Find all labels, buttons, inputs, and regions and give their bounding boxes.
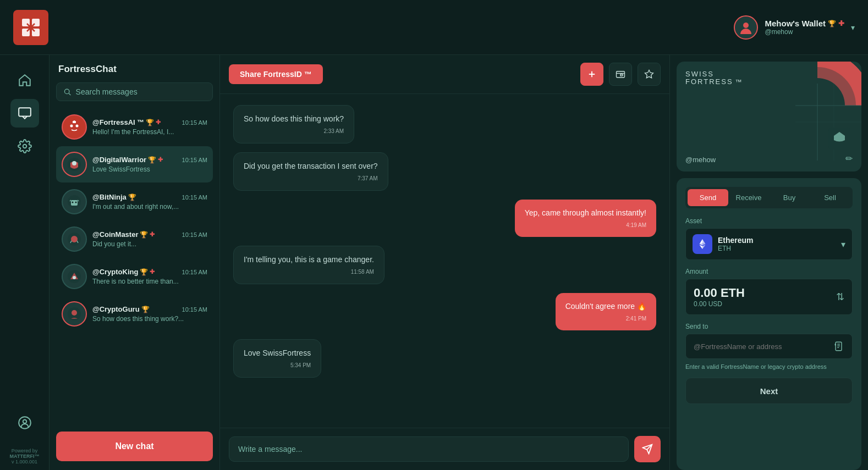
avatar-digitalwarrior	[62, 152, 87, 177]
wallet-avatar	[734, 15, 758, 40]
chat-item-name-bn: @BitNinja 🏆	[92, 193, 136, 201]
chat-item-cryptoking[interactable]: @CryptoKing 🏆✚ 10:15 AM There is no bett…	[56, 258, 213, 295]
search-input[interactable]	[76, 87, 206, 96]
chat-item-preview-ck: There is no better time than...	[92, 278, 207, 285]
chat-item-info-ck: @CryptoKing 🏆✚ 10:15 AM There is no bett…	[92, 268, 207, 285]
wallet-badges: 🏆	[828, 20, 836, 27]
share-fortressid-button[interactable]: Share FortressID ™	[229, 64, 323, 84]
svg-point-14	[70, 125, 73, 128]
chat-item-time-ck: 10:15 AM	[182, 269, 207, 275]
chat-item-preview-cg: So how does this thing work?...	[92, 315, 207, 323]
asset-dropdown-icon: ▾	[841, 239, 845, 250]
sidebar-item-settings[interactable]	[10, 132, 39, 161]
sidebar-item-chat[interactable]	[10, 99, 39, 128]
next-button[interactable]: Next	[685, 378, 853, 404]
chat-item-preview-dw: Love SwissFortress	[92, 165, 207, 173]
svg-point-8	[23, 145, 26, 148]
message-input[interactable]	[229, 436, 629, 462]
eth-icon	[693, 234, 712, 254]
wallet-name: Mehow's Wallet 🏆 ✚	[765, 19, 844, 28]
chat-items: @FortressAI ™ 🏆✚ 10:15 AM Hello! I'm the…	[56, 109, 213, 425]
asset-name: Ethereum	[718, 236, 754, 245]
asset-selector[interactable]: Ethereum ETH ▾	[685, 228, 853, 260]
chat-item-name: @FortressAI ™ 🏆✚	[92, 118, 161, 126]
asset-symbol: ETH	[718, 245, 754, 252]
asset-label: Asset	[685, 217, 853, 225]
wallet-toolbar-button[interactable]	[609, 63, 632, 86]
logo-shield	[13, 10, 48, 45]
sidebar-item-account[interactable]	[10, 408, 39, 437]
chat-item-name-dw: @DigitalWarrior 🏆✚	[92, 156, 163, 164]
svg-rect-7	[19, 108, 31, 116]
svg-rect-16	[73, 121, 76, 123]
chat-item-time-cg: 10:15 AM	[182, 306, 207, 313]
chat-item-coinmaster[interactable]: @CoinMaster 🏆✚ 10:15 AM Did you get it..…	[56, 221, 213, 257]
chat-item-time-dw: 10:15 AM	[182, 157, 207, 163]
chat-item-preview-cm: Did you get it...	[92, 240, 207, 248]
message-2: Did you get the transaction I sent over?…	[233, 152, 388, 191]
svg-marker-34	[645, 70, 653, 78]
avatar-coinmaster	[62, 226, 87, 252]
chat-item-time-bn: 10:15 AM	[182, 194, 207, 201]
chat-item-cryptoguru[interactable]: @CryptoGuru 🏆 10:15 AM So how does this …	[56, 296, 213, 332]
chat-item-time-cm: 10:15 AM	[182, 231, 207, 238]
chat-item-time: 10:15 AM	[182, 119, 207, 126]
message-text: So how does this thing work?	[244, 113, 344, 125]
chat-item-info-cm: @CoinMaster 🏆✚ 10:15 AM Did you get it..…	[92, 230, 207, 248]
address-field[interactable]	[694, 342, 834, 351]
messages-area: So how does this thing work? 2:33 AM Did…	[220, 94, 669, 428]
new-chat-button[interactable]: New chat	[56, 432, 213, 461]
chat-item-name-cm: @CoinMaster 🏆✚	[92, 230, 155, 239]
add-toolbar-button[interactable]	[580, 63, 603, 86]
message-text: I'm telling you, this is a game changer.	[244, 254, 374, 266]
powered-by: Powered by MATTERFI™ v 1.000.001	[10, 448, 40, 465]
message-5: Couldn't agree more 🔥 2:41 PM	[556, 293, 656, 330]
svg-rect-21	[71, 200, 78, 206]
avatar-fortressai	[62, 114, 87, 140]
wallet-tab-receive[interactable]: Receive	[728, 189, 769, 206]
chat-item-name-ck: @CryptoKing 🏆✚	[92, 268, 155, 276]
amount-eth: 0.00 ETH	[694, 286, 745, 300]
message-3: Yep, came through almost instantly! 4:19…	[515, 200, 656, 237]
wallet-tab-buy[interactable]: Buy	[769, 189, 810, 206]
logo-container	[13, 10, 48, 45]
wallet-handle: @mehow	[765, 28, 844, 36]
svg-rect-48	[836, 342, 842, 351]
star-toolbar-button[interactable]	[638, 63, 661, 86]
avatar-cryptoking	[62, 264, 87, 289]
message-time: 5:34 PM	[244, 361, 311, 369]
svg-point-23	[75, 202, 77, 203]
svg-point-11	[64, 89, 69, 94]
search-icon	[63, 87, 72, 96]
profile-username: @mehow	[685, 156, 716, 164]
wallet-tab-send[interactable]: Send	[688, 189, 728, 206]
asset-info: Ethereum ETH	[693, 234, 754, 254]
edit-icon[interactable]: ✏	[845, 153, 853, 164]
main-layout: Powered by MATTERFI™ v 1.000.001 Fortres…	[0, 55, 868, 470]
chat-main: Share FortressID ™	[220, 55, 670, 470]
sidebar-item-home[interactable]	[10, 66, 39, 95]
chat-item-info-bn: @BitNinja 🏆 10:15 AM I'm out and about r…	[92, 193, 207, 211]
svg-point-9	[19, 417, 31, 429]
chat-toolbar: Share FortressID ™	[220, 55, 669, 94]
svg-point-6	[743, 23, 749, 28]
wallet-section: Send Receive Buy Sell Asset	[677, 178, 861, 470]
swap-icon[interactable]: ⇅	[836, 291, 844, 303]
message-time: 2:33 AM	[244, 127, 344, 135]
chat-item-fortressai[interactable]: @FortressAI ™ 🏆✚ 10:15 AM Hello! I'm the…	[56, 109, 213, 145]
wallet-tab-sell[interactable]: Sell	[810, 189, 850, 206]
amount-usd: 0.00 USD	[694, 300, 745, 308]
chat-item-digitalwarrior[interactable]: @DigitalWarrior 🏆✚ 10:15 AM Love SwissFo…	[56, 146, 213, 183]
send-message-button[interactable]	[634, 436, 661, 462]
chevron-down-icon[interactable]: ▾	[851, 23, 855, 32]
svg-rect-52	[835, 344, 836, 345]
svg-point-22	[72, 202, 74, 203]
header-right: Mehow's Wallet 🏆 ✚ @mehow ▾	[734, 15, 855, 40]
svg-point-19	[72, 161, 76, 165]
chat-item-bitninja[interactable]: @BitNinja 🏆 10:15 AM I'm out and about r…	[56, 184, 213, 220]
icon-sidebar: Powered by MATTERFI™ v 1.000.001	[0, 55, 50, 470]
chat-item-info: @FortressAI ™ 🏆✚ 10:15 AM Hello! I'm the…	[92, 118, 207, 136]
svg-point-27	[73, 276, 76, 279]
address-book-icon[interactable]	[834, 341, 844, 352]
wallet-info: Mehow's Wallet 🏆 ✚ @mehow	[765, 19, 844, 36]
